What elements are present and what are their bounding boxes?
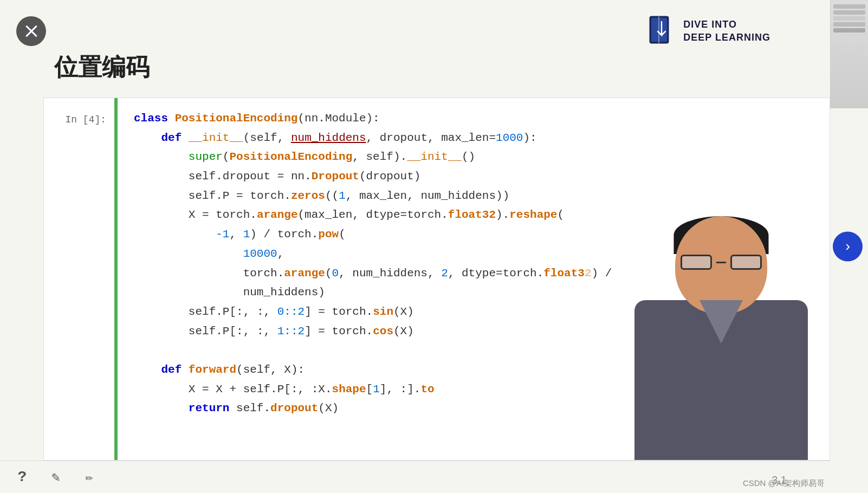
notebook-cell: In [4]: class PositionalEncoding(nn.Modu… bbox=[43, 98, 830, 460]
main-container: 位置编码 DIVE INTO DEEP LEARNING bbox=[0, 0, 868, 493]
dive-logo-icon bbox=[647, 14, 677, 49]
right-sidebar-decoration bbox=[830, 0, 868, 108]
close-button[interactable] bbox=[16, 16, 46, 46]
edit-button[interactable]: ✎ bbox=[44, 466, 67, 489]
pencil-button[interactable]: ✏ bbox=[78, 466, 101, 489]
cell-label: In [4]: bbox=[44, 98, 114, 460]
bottom-toolbar: ? ✎ ✏ bbox=[0, 460, 830, 493]
help-button[interactable]: ? bbox=[11, 466, 34, 489]
code-area[interactable]: class PositionalEncoding(nn.Module): def… bbox=[118, 98, 830, 460]
page-title: 位置编码 bbox=[54, 51, 150, 83]
next-arrow-button[interactable]: › bbox=[833, 232, 863, 262]
logo-text: DIVE INTO DEEP LEARNING bbox=[683, 18, 770, 44]
code-block: class PositionalEncoding(nn.Module): def… bbox=[134, 109, 813, 418]
watermark: CSDN @AI架构师易哥 bbox=[743, 478, 825, 489]
logo-area: DIVE INTO DEEP LEARNING bbox=[647, 14, 770, 49]
